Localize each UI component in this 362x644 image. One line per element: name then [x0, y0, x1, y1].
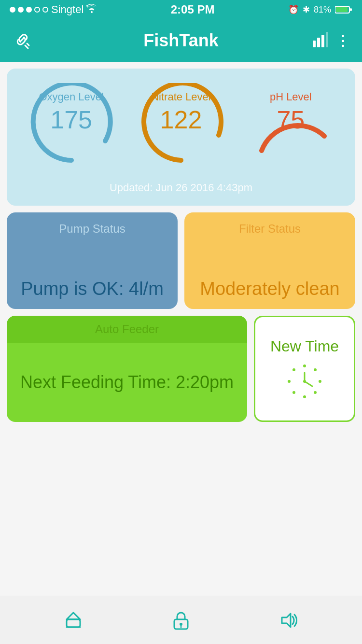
bluetooth-icon: ✱ — [303, 4, 310, 15]
app-header: FishTank ⋮ — [0, 19, 362, 62]
svg-point-10 — [314, 368, 317, 371]
svg-rect-7 — [321, 35, 324, 47]
pump-card: Pump Status Pump is OK: 4l/m — [7, 212, 178, 309]
volume-icon — [278, 610, 299, 631]
svg-line-3 — [25, 45, 28, 48]
updated-text: Updated: Jun 26 2016 4:43pm — [110, 182, 252, 194]
signal-dots — [10, 7, 48, 13]
oxygen-gauge — [23, 83, 120, 170]
svg-point-12 — [314, 391, 317, 394]
status-bar: Singtel 2:05 PM ⏰ ✱ 81% — [0, 0, 362, 19]
more-options-icon[interactable]: ⋮ — [336, 33, 350, 49]
clock-icon — [285, 362, 324, 401]
app-title: FishTank — [41, 30, 321, 51]
dot3 — [26, 7, 32, 13]
feeder-value: Next Feeding Time: 2:20pm — [20, 372, 234, 392]
dot2 — [18, 7, 24, 13]
pump-value: Pump is OK: 4l/m — [16, 279, 168, 299]
svg-rect-5 — [313, 41, 316, 47]
pump-label: Pump Status — [59, 222, 125, 236]
feeder-body: Next Feeding Time: 2:20pm — [7, 343, 247, 422]
svg-rect-20 — [67, 619, 80, 627]
svg-point-13 — [303, 395, 306, 398]
filter-label: Filter Status — [239, 222, 301, 236]
dot5 — [42, 7, 48, 13]
svg-rect-1 — [336, 7, 348, 12]
status-left: Singtel — [10, 3, 97, 16]
new-time-button[interactable]: New Time — [254, 316, 355, 422]
svg-marker-21 — [67, 613, 80, 619]
svg-point-11 — [319, 380, 321, 383]
status-row: Pump Status Pump is OK: 4l/m Filter Stat… — [7, 212, 355, 309]
feeder-label: Auto Feeder — [95, 322, 159, 336]
new-time-label: New Time — [270, 337, 339, 355]
filter-card: Filter Status Moderately clean — [184, 212, 355, 309]
lock-icon — [170, 610, 192, 631]
svg-rect-8 — [326, 32, 328, 47]
svg-point-19 — [303, 380, 306, 383]
carrier-label: Singtel — [51, 3, 84, 16]
filter-value: Moderately clean — [194, 279, 346, 299]
erase-icon — [63, 610, 84, 631]
nitrate-sensor: Nitrate Level 122 — [133, 83, 229, 170]
svg-point-15 — [288, 380, 291, 383]
svg-rect-6 — [317, 38, 320, 47]
feeder-header: Auto Feeder — [7, 316, 247, 343]
dot1 — [10, 7, 15, 13]
nav-lock[interactable] — [167, 606, 195, 635]
link-icon[interactable] — [12, 29, 41, 52]
nav-erase[interactable] — [59, 606, 88, 635]
alarm-icon: ⏰ — [288, 4, 299, 15]
dot4 — [34, 7, 40, 13]
bottom-nav — [0, 596, 362, 644]
svg-rect-2 — [350, 8, 352, 11]
header-left — [12, 29, 41, 52]
svg-marker-26 — [282, 614, 291, 627]
oxygen-sensor: Oxygen Level 175 — [23, 83, 120, 170]
ph-sensor: pH Level 75 — [242, 83, 339, 170]
svg-point-9 — [303, 364, 306, 367]
battery-label: 81% — [314, 5, 331, 15]
signal-strength-icon — [313, 32, 328, 49]
ph-gauge — [242, 83, 339, 170]
feeder-card: Auto Feeder Next Feeding Time: 2:20pm — [7, 316, 247, 422]
header-right: ⋮ — [321, 32, 350, 49]
status-time: 2:05 PM — [171, 3, 215, 16]
wifi-icon — [86, 4, 97, 15]
sensors-row: Oxygen Level 175 Nitrate Level 122 pH Le… — [16, 83, 346, 170]
battery-icon — [335, 5, 352, 14]
feeder-row: Auto Feeder Next Feeding Time: 2:20pm Ne… — [7, 316, 355, 422]
main-content: Oxygen Level 175 Nitrate Level 122 pH Le… — [0, 62, 362, 596]
svg-point-14 — [292, 391, 295, 394]
svg-point-16 — [292, 368, 295, 371]
svg-line-4 — [27, 43, 29, 45]
status-right: ⏰ ✱ 81% — [288, 4, 352, 15]
nav-volume[interactable] — [274, 606, 303, 635]
nitrate-gauge — [133, 83, 229, 170]
sensors-card: Oxygen Level 175 Nitrate Level 122 pH Le… — [7, 69, 355, 206]
